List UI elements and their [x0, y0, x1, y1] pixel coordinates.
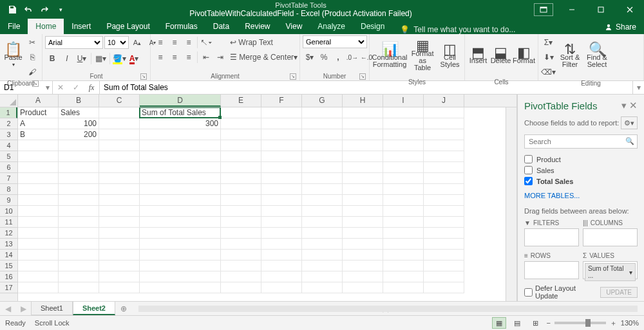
italic-button[interactable]: I	[60, 51, 74, 66]
cell[interactable]	[261, 239, 302, 250]
cell[interactable]	[99, 261, 140, 271]
cell[interactable]	[140, 250, 221, 261]
cell[interactable]	[383, 228, 424, 239]
cell[interactable]	[140, 261, 221, 271]
cell[interactable]	[343, 282, 383, 293]
cell[interactable]	[18, 271, 59, 282]
cell[interactable]	[261, 184, 302, 195]
cell[interactable]	[302, 151, 343, 162]
grow-font-button[interactable]: A▴	[130, 35, 144, 50]
conditional-formatting-button[interactable]: 📊Conditional Formatting	[372, 35, 407, 78]
cancel-formula-icon[interactable]: ✕	[53, 83, 68, 92]
insert-function-icon[interactable]: fx	[84, 83, 99, 93]
clipboard-launcher[interactable]: ↘	[32, 80, 39, 87]
share-button[interactable]: Share	[597, 20, 644, 34]
cell[interactable]	[424, 239, 464, 250]
cell[interactable]	[424, 151, 464, 162]
cell[interactable]	[383, 261, 424, 271]
cell[interactable]	[18, 162, 59, 173]
cell[interactable]	[18, 195, 59, 206]
cell[interactable]	[59, 217, 99, 228]
cell[interactable]	[18, 140, 59, 151]
row-header[interactable]: 16	[0, 271, 17, 282]
cell[interactable]	[424, 140, 464, 151]
cell[interactable]	[343, 162, 383, 173]
field-checkbox[interactable]	[524, 177, 533, 185]
maximize-button[interactable]	[586, 0, 615, 19]
cell[interactable]	[302, 195, 343, 206]
field-search-input[interactable]	[524, 134, 638, 149]
cell[interactable]: B	[18, 129, 59, 140]
tab-formulas[interactable]: Formulas	[158, 19, 205, 34]
cell[interactable]	[59, 271, 99, 282]
cell[interactable]	[221, 129, 261, 140]
find-select-button[interactable]: 🔍Find & Select	[584, 35, 610, 78]
cell[interactable]	[18, 151, 59, 162]
cell[interactable]	[99, 282, 140, 293]
row-header[interactable]: 17	[0, 282, 17, 293]
orientation-button[interactable]: ⭦▾	[199, 35, 213, 50]
column-header[interactable]: A	[18, 95, 59, 107]
cell[interactable]	[140, 162, 221, 173]
cell[interactable]	[424, 118, 464, 129]
cell[interactable]	[140, 271, 221, 282]
fill-button[interactable]: ⬇▾	[541, 50, 556, 64]
cell[interactable]	[261, 217, 302, 228]
font-size-select[interactable]: 10	[104, 36, 129, 49]
wrap-text-button[interactable]: ↩ Wrap Text	[230, 35, 301, 50]
cell[interactable]	[383, 118, 424, 129]
row-header[interactable]: 3	[0, 129, 17, 140]
copy-button[interactable]: ⎘	[25, 50, 39, 64]
cell[interactable]	[18, 206, 59, 217]
cell[interactable]	[59, 239, 99, 250]
cell[interactable]	[221, 162, 261, 173]
cell[interactable]	[221, 206, 261, 217]
align-middle-button[interactable]: ≡	[167, 35, 182, 50]
tell-me-search[interactable]: 💡 Tell me what you want to do...	[400, 25, 597, 34]
zoom-out-button[interactable]: −	[546, 319, 550, 327]
horizontal-scrollbar[interactable]: ◀▶	[132, 302, 644, 315]
cell[interactable]	[424, 217, 464, 228]
column-header[interactable]: E	[221, 95, 261, 107]
redo-icon[interactable]	[37, 3, 52, 17]
format-as-table-button[interactable]: ▦Format as Table	[408, 35, 437, 78]
cell[interactable]	[221, 195, 261, 206]
format-cells-button[interactable]: ◧Format	[513, 35, 535, 78]
cell[interactable]	[343, 195, 383, 206]
tab-insert[interactable]: Insert	[64, 19, 99, 34]
cell[interactable]	[18, 250, 59, 261]
percent-button[interactable]: %	[317, 50, 331, 64]
cell[interactable]	[221, 140, 261, 151]
cell[interactable]	[261, 261, 302, 271]
cell[interactable]	[383, 250, 424, 261]
cell[interactable]	[59, 228, 99, 239]
row-header[interactable]: 12	[0, 228, 17, 239]
cell[interactable]	[221, 217, 261, 228]
number-launcher[interactable]: ↘	[359, 73, 366, 80]
cell[interactable]	[261, 129, 302, 140]
cell[interactable]	[18, 261, 59, 271]
column-header[interactable]: D	[140, 95, 221, 107]
cell[interactable]	[424, 129, 464, 140]
cell[interactable]	[343, 184, 383, 195]
cell[interactable]	[383, 195, 424, 206]
vertical-scrollbar[interactable]	[506, 107, 516, 301]
cell[interactable]	[383, 151, 424, 162]
merge-center-button[interactable]: ☰ Merge & Center ▾	[230, 50, 301, 64]
cell[interactable]	[140, 195, 221, 206]
cell[interactable]	[343, 261, 383, 271]
underline-button[interactable]: U ▾	[75, 51, 89, 66]
format-painter-button[interactable]: 🖌	[25, 65, 39, 79]
field-item[interactable]: Sales	[524, 165, 638, 176]
cell[interactable]	[424, 162, 464, 173]
rows-drop-area[interactable]	[524, 261, 579, 279]
sheet-tab-sheet1[interactable]: Sheet1	[31, 302, 73, 315]
cell[interactable]	[59, 261, 99, 271]
cell[interactable]	[343, 271, 383, 282]
qat-customize-icon[interactable]: ▾	[53, 3, 68, 17]
tab-design[interactable]: Design	[353, 19, 392, 34]
tab-analyze[interactable]: Analyze	[310, 19, 353, 34]
cell[interactable]	[99, 228, 140, 239]
cell[interactable]	[221, 228, 261, 239]
cell[interactable]	[99, 271, 140, 282]
